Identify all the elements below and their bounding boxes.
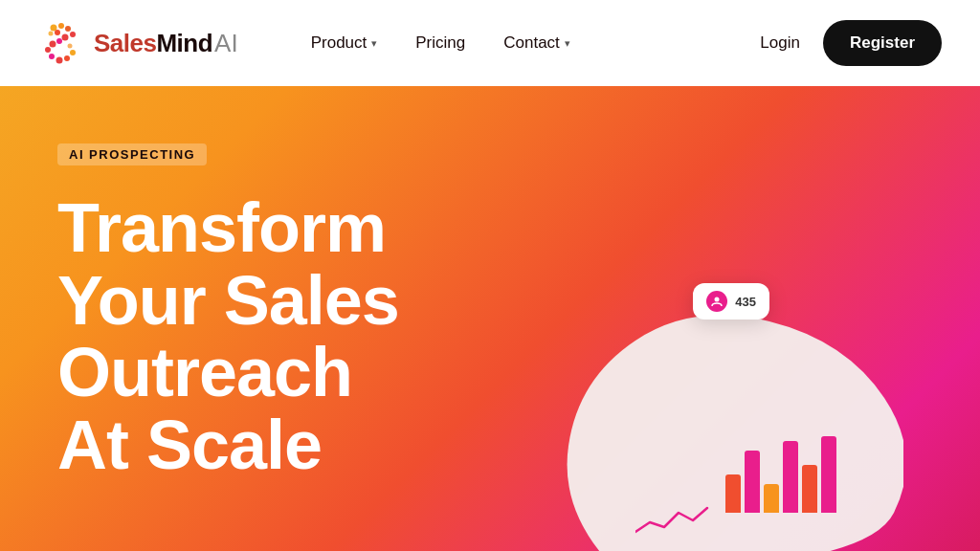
svg-point-6 bbox=[62, 34, 69, 41]
salesmind-logo-icon bbox=[38, 20, 84, 66]
svg-point-8 bbox=[50, 41, 56, 48]
metric-value: 435 bbox=[735, 295, 756, 309]
register-button[interactable]: Register bbox=[823, 20, 942, 66]
svg-point-10 bbox=[49, 54, 55, 59]
svg-point-11 bbox=[56, 57, 63, 64]
bar-chart-bar bbox=[745, 451, 760, 513]
hero-headline: Transform Your Sales Outreach At Scale bbox=[57, 192, 517, 481]
logo[interactable]: SalesMindAI bbox=[38, 20, 238, 66]
bar-chart-bar bbox=[821, 436, 836, 513]
chevron-down-icon: ▾ bbox=[371, 37, 377, 50]
nav-item-pricing[interactable]: Pricing bbox=[400, 26, 480, 60]
logo-brand-name: SalesMind bbox=[94, 29, 212, 57]
logo-wordmark: SalesMindAI bbox=[94, 29, 238, 58]
metric-card-435: 435 bbox=[693, 283, 769, 320]
svg-point-15 bbox=[715, 298, 720, 302]
svg-point-3 bbox=[70, 32, 76, 37]
svg-point-4 bbox=[49, 32, 54, 36]
nav-product-label: Product bbox=[311, 33, 368, 53]
login-button[interactable]: Login bbox=[745, 26, 815, 60]
line-chart bbox=[635, 503, 712, 541]
svg-point-7 bbox=[56, 38, 62, 44]
svg-point-9 bbox=[45, 47, 51, 53]
svg-point-14 bbox=[68, 44, 73, 49]
bar-chart-bar bbox=[725, 474, 741, 513]
chevron-down-icon: ▾ bbox=[565, 37, 570, 50]
nav-pricing-label: Pricing bbox=[415, 33, 465, 53]
bar-chart-bar bbox=[764, 484, 779, 513]
bar-chart-bar bbox=[802, 465, 817, 513]
nav-item-product[interactable]: Product ▾ bbox=[296, 26, 393, 60]
svg-point-12 bbox=[64, 55, 70, 61]
nav-links: Product ▾ Pricing Contact ▾ bbox=[296, 26, 746, 60]
hero-tag: AI PROSPECTING bbox=[57, 143, 207, 165]
bar-chart bbox=[725, 436, 836, 513]
svg-point-1 bbox=[58, 23, 64, 29]
nav-item-contact[interactable]: Contact ▾ bbox=[488, 26, 586, 60]
svg-point-13 bbox=[70, 50, 76, 55]
navbar: SalesMindAI Product ▾ Pricing Contact ▾ … bbox=[0, 0, 980, 86]
nav-contact-label: Contact bbox=[503, 33, 560, 53]
logo-ai-label: AI bbox=[214, 29, 238, 57]
blob-shape bbox=[559, 302, 903, 551]
svg-point-5 bbox=[55, 30, 60, 35]
user-icon bbox=[706, 291, 727, 312]
hero-illustration: 435 bbox=[521, 264, 923, 551]
svg-point-2 bbox=[65, 26, 71, 32]
bar-chart-bar bbox=[783, 441, 798, 513]
hero-section: AI PROSPECTING Transform Your Sales Outr… bbox=[0, 86, 980, 551]
